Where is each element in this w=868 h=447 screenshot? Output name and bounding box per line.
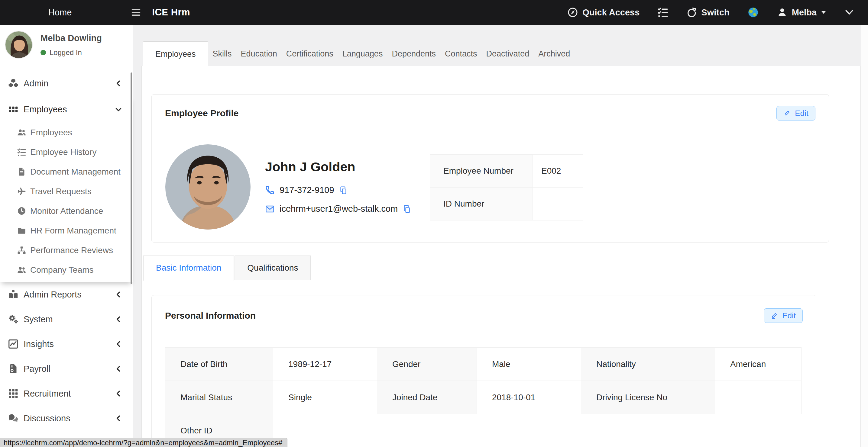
language-globe-icon[interactable]	[747, 6, 759, 19]
sidebar-user-avatar[interactable]	[5, 31, 33, 59]
sidebar-item-label: Payroll	[24, 364, 51, 374]
clock-icon	[17, 206, 26, 216]
sidebar-scrollbar-thumb[interactable]	[130, 72, 132, 284]
sidebar-item-label: Employee History	[30, 148, 96, 157]
sidebar-item-insights[interactable]: Insights	[0, 331, 133, 356]
sidebar-item-admin-reports[interactable]: Admin Reports	[0, 282, 133, 307]
sidebar-item-label: Employees	[30, 128, 72, 137]
table-row: Marital Status Single Joined Date 2018-1…	[165, 381, 802, 414]
book-reader-icon	[8, 289, 19, 300]
employee-email[interactable]: icehrm+user1@web-stalk.com	[280, 204, 398, 214]
employee-photo[interactable]	[165, 145, 251, 229]
list-check-icon	[17, 148, 26, 157]
switch-button[interactable]: Switch	[686, 7, 729, 18]
personal-information-edit-button[interactable]: Edit	[764, 308, 803, 323]
sidebar-item-employee-history[interactable]: Employee History	[0, 142, 133, 162]
sidebar-item-label: Discussions	[24, 413, 70, 423]
sidebar-profile: Melba Dowling Logged In	[0, 25, 133, 71]
sidebar-item-employees[interactable]: Employees	[0, 123, 133, 142]
tab-education[interactable]: Education	[236, 41, 282, 66]
table-row: Date of Birth 1989-12-17 Gender Male Nat…	[165, 348, 802, 381]
browser-status-bar: https://icehrm.com/app/demo-icehrm/?g=ad…	[0, 438, 287, 447]
pencil-icon	[783, 109, 791, 117]
comments-icon	[8, 413, 19, 424]
field-value: 1989-12-17	[273, 348, 377, 381]
chart-line-icon	[8, 339, 19, 349]
field-value: 2018-10-01	[477, 381, 581, 414]
tab-languages[interactable]: Languages	[338, 41, 388, 66]
field-label: Employee Number	[430, 155, 533, 188]
sidebar-item-label: Travel Requests	[30, 187, 92, 196]
field-value: E002	[533, 155, 583, 188]
field-label: ID Number	[430, 188, 533, 221]
quick-access-button[interactable]: Quick Access	[567, 7, 640, 18]
copy-email-icon[interactable]	[403, 204, 412, 214]
sidebar-user-name: Melba Dowling	[40, 33, 102, 43]
field-value: American	[715, 348, 802, 381]
sidebar-item-label: Employees	[24, 104, 67, 115]
tab-content-panel: Employee Profile Edit John J Golden 917-…	[142, 66, 861, 447]
chevron-left-icon	[115, 79, 122, 87]
employee-phone[interactable]: 917-372-9109	[280, 185, 334, 195]
subtab-qualifications[interactable]: Qualifications	[235, 256, 311, 280]
sidebar-item-label: Document Management	[30, 167, 121, 177]
user-menu[interactable]: Melba	[777, 7, 826, 18]
sidebar-item-system[interactable]: System	[0, 307, 133, 331]
main-content: Employees Skills Education Certification…	[133, 25, 868, 447]
tasks-checklist-icon[interactable]	[657, 7, 669, 18]
sidebar-item-employees-group[interactable]: Employees	[0, 96, 133, 123]
caret-down-icon	[821, 10, 826, 14]
field-label: Gender	[377, 348, 477, 381]
field-value	[715, 381, 802, 414]
copy-phone-icon[interactable]	[339, 186, 348, 195]
quick-access-compass-icon	[567, 7, 578, 18]
chevron-down-icon	[115, 105, 122, 113]
cogs-icon	[8, 314, 19, 325]
field-label: Driving License No	[581, 381, 715, 414]
sidebar-item-label: Monitor Attendance	[30, 206, 103, 216]
sidebar-group-employees: Employees Employees Employee History Doc…	[0, 96, 133, 282]
field-label: Date of Birth	[165, 348, 273, 381]
home-link[interactable]: Home	[49, 7, 72, 18]
sidebar-item-document-management[interactable]: Document Management	[0, 162, 133, 182]
sidebar-item-label: Performance Reviews	[30, 246, 113, 255]
switch-rotate-icon	[686, 7, 697, 18]
file-icon	[17, 167, 26, 177]
employee-module-tabs: Employees Skills Education Certification…	[143, 41, 575, 66]
file-invoice-icon	[8, 363, 19, 374]
sidebar-item-payroll[interactable]: Payroll	[0, 356, 133, 381]
hamburger-menu-icon[interactable]	[129, 7, 143, 18]
chevron-left-icon	[115, 315, 122, 323]
sidebar-item-recruitment[interactable]: Recruitment	[0, 381, 133, 406]
sidebar-item-admin[interactable]: Admin	[0, 71, 133, 96]
plane-icon	[17, 187, 26, 196]
sidebar-item-travel-requests[interactable]: Travel Requests	[0, 182, 133, 201]
topbar-chevron-down-icon[interactable]	[844, 7, 855, 18]
tab-dependents[interactable]: Dependents	[387, 41, 440, 66]
tab-certifications[interactable]: Certifications	[282, 41, 338, 66]
tab-contacts[interactable]: Contacts	[440, 41, 482, 66]
email-icon	[265, 204, 275, 214]
sidebar-item-performance-reviews[interactable]: Performance Reviews	[0, 241, 133, 260]
page-scrollbar-track[interactable]	[861, 25, 868, 447]
pencil-icon	[771, 312, 779, 320]
sidebar-item-monitor-attendance[interactable]: Monitor Attendance	[0, 201, 133, 221]
employee-profile-edit-button[interactable]: Edit	[776, 106, 815, 121]
tab-skills[interactable]: Skills	[208, 41, 236, 66]
sidebar-item-hr-form-management[interactable]: HR Form Management	[0, 221, 133, 241]
sidebar-item-label: Recruitment	[24, 389, 71, 399]
sidebar-item-company-teams[interactable]: Company Teams	[0, 260, 133, 280]
tab-archived[interactable]: Archived	[534, 41, 575, 66]
field-value	[533, 188, 583, 221]
employee-name: John J Golden	[265, 159, 355, 174]
field-value	[273, 414, 377, 447]
table-row: ID Number	[430, 188, 583, 221]
logged-in-status-text: Logged In	[50, 48, 82, 57]
tab-deactivated[interactable]: Deactivated	[482, 41, 534, 66]
field-label: Nationality	[581, 348, 715, 381]
employee-profile-card: Employee Profile Edit John J Golden 917-…	[151, 94, 829, 243]
subtab-basic-information[interactable]: Basic Information	[143, 256, 234, 281]
sidebar-item-discussions[interactable]: Discussions	[0, 406, 133, 431]
personal-information-card: Personal Information Edit Date of Birth …	[151, 295, 816, 447]
tab-employees[interactable]: Employees	[143, 41, 208, 66]
